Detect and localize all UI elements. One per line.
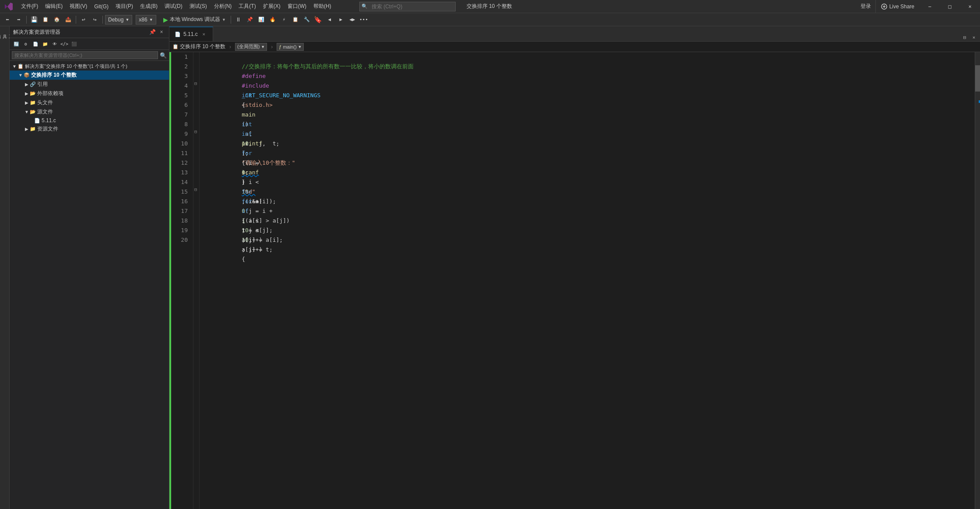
toolbar-perf-btn[interactable]: 📊: [256, 14, 267, 25]
sidebar-search-input[interactable]: [12, 51, 158, 59]
minimize-button[interactable]: −: [920, 0, 940, 13]
toolbar-redo-btn[interactable]: ↪: [90, 14, 100, 25]
tab-511c-close-icon[interactable]: ×: [200, 31, 207, 38]
split-editor-btn[interactable]: ⊟: [961, 33, 969, 41]
menu-git[interactable]: Git(G): [91, 0, 112, 13]
code-line-20: {: [204, 235, 975, 245]
modified-indicator-bar: [169, 52, 171, 509]
file-511c-item[interactable]: 📄 5.11.c: [10, 117, 169, 124]
arch-label: x86: [139, 17, 147, 23]
debug-config-dropdown[interactable]: Debug ▼: [105, 15, 132, 25]
breadcrumb-func-dropdown[interactable]: ƒ main() ▼: [277, 43, 304, 51]
toolbar-more3-btn[interactable]: 🔧: [302, 14, 312, 25]
code-macro-define: #define: [242, 73, 266, 79]
sidebar-properties-btn[interactable]: ⚙: [21, 39, 30, 48]
ext-deps-label: 外部依赖项: [37, 90, 63, 97]
toolbar-more1-btn[interactable]: ⚡: [279, 14, 289, 25]
toolbar-undo-btn[interactable]: ↩: [78, 14, 89, 25]
line-num-16: 16: [169, 197, 188, 206]
code-comment-1: //交换排序：将每个数与其后的所有数一一比较，将小的数调在前面: [242, 63, 414, 70]
breadcrumb-scope-dropdown[interactable]: (全局范围) ▼: [235, 43, 267, 51]
toolbar-more2-btn[interactable]: 📋: [290, 14, 301, 25]
line-num-14: 14: [169, 177, 188, 187]
toolbar-save-all-btn[interactable]: 💾: [29, 14, 39, 25]
live-share-button[interactable]: Live Share: [875, 0, 920, 13]
sidebar-pin-btn[interactable]: 📌: [148, 28, 156, 36]
sidebar-newfolder-btn[interactable]: 📁: [41, 39, 49, 48]
toolbar-nav4-btn[interactable]: •••: [358, 14, 369, 25]
activity-solution-explorer[interactable]: 工具箱: [0, 28, 10, 34]
toolbar-bookmark-btn[interactable]: 🔖: [313, 14, 323, 25]
menu-debug[interactable]: 调试(D): [161, 0, 186, 13]
sidebar-code-btn[interactable]: </>: [60, 39, 69, 48]
toolbar-nav3-btn[interactable]: ◀▶: [347, 14, 358, 25]
sidebar-close-btn[interactable]: ×: [158, 28, 165, 36]
code-brace-open-5: {: [242, 102, 245, 108]
close-button[interactable]: ×: [960, 0, 980, 13]
references-arrow-icon: ▶: [24, 82, 30, 87]
toolbar-save-btn[interactable]: 📋: [40, 14, 51, 25]
menu-view[interactable]: 视图(V): [66, 0, 91, 13]
references-item[interactable]: ▶ 🔗 引用: [10, 80, 169, 89]
tab-511c[interactable]: 📄 5.11.c ×: [169, 27, 213, 41]
sidebar-class-btn[interactable]: ⬛: [70, 39, 78, 48]
header-files-item[interactable]: ▶ 📁 头文件: [10, 98, 169, 107]
sidebar-view-btn[interactable]: 👁: [50, 39, 59, 48]
scrollbar-thumb[interactable]: [975, 65, 980, 92]
maximize-button[interactable]: □: [940, 0, 960, 13]
toolbar-pause-btn[interactable]: ⏸: [233, 14, 244, 25]
toolbar-hotspot-btn[interactable]: 🔥: [267, 14, 278, 25]
project-item[interactable]: ▼ 📦 交换排序 10 个整数: [10, 71, 169, 80]
toolbar-nav1-btn[interactable]: ◀: [324, 14, 335, 25]
menu-file[interactable]: 文件(F): [18, 0, 42, 13]
editor-scrollbar[interactable]: [975, 52, 980, 509]
arch-dropdown[interactable]: x86 ▼: [136, 15, 156, 25]
menu-analyze[interactable]: 分析(N): [211, 0, 235, 13]
breadcrumb-func[interactable]: ƒ main() ▼: [274, 42, 307, 52]
toolbar-pin-btn[interactable]: 📌: [245, 14, 255, 25]
close-all-btn[interactable]: ×: [970, 33, 978, 41]
sidebar-header: 解决方案资源管理器 📌 ×: [10, 26, 169, 38]
fold-marker-15[interactable]: ⊟: [194, 187, 197, 192]
menu-project[interactable]: 项目(P): [112, 0, 137, 13]
sidebar-sync-btn[interactable]: 🔄: [12, 39, 21, 48]
code-container[interactable]: 1 2 3 4 5 6 7 8 9 10 11 12 13 14 15 16 1…: [169, 52, 980, 509]
menu-ext[interactable]: 扩展(X): [260, 0, 284, 13]
resource-files-arrow-icon: ▶: [24, 127, 30, 131]
code-indent-16: [242, 208, 283, 214]
code-line-17: t = a[j];: [204, 206, 975, 216]
breadcrumb-func-icon: ƒ: [279, 44, 281, 49]
code-line-15: if (a[i] > a[j]): [204, 187, 975, 197]
breadcrumb-scope[interactable]: (全局范围) ▼: [232, 42, 270, 52]
toolbar-nav2-btn[interactable]: ▶: [336, 14, 346, 25]
sidebar-search-btn[interactable]: 🔍: [158, 52, 167, 59]
global-search-box[interactable]: 🔍: [359, 2, 456, 11]
live-share-label: Live Share: [889, 4, 914, 10]
external-deps-item[interactable]: ▶ 📂 外部依赖项: [10, 89, 169, 98]
solution-root-item[interactable]: ▼ 📋 解决方案"交换排序 10 个整数"(1 个项目/共 1 个): [10, 62, 169, 71]
toolbar-startpage-btn[interactable]: 🏠: [52, 14, 62, 25]
window-title: 交换排序 10 个整数: [460, 3, 519, 10]
toolbar-back-btn[interactable]: ⬅: [2, 14, 13, 25]
toolbar-publish-btn[interactable]: 📤: [63, 14, 74, 25]
search-input[interactable]: [369, 4, 448, 10]
toolbar-fwd-btn[interactable]: ➡: [14, 14, 24, 25]
menu-window[interactable]: 窗口(W): [284, 0, 310, 13]
menu-edit[interactable]: 编辑(E): [42, 0, 66, 13]
source-files-item[interactable]: ▼ 📂 源文件: [10, 107, 169, 117]
code-editor-content[interactable]: //交换排序：将每个数与其后的所有数一一比较，将小的数调在前面 #define …: [200, 52, 975, 509]
resource-files-item[interactable]: ▶ 📁 资源文件: [10, 124, 169, 134]
menu-test[interactable]: 测试(S): [186, 0, 211, 13]
menu-tools[interactable]: 工具(T): [235, 0, 259, 13]
login-button[interactable]: 登录: [856, 3, 875, 10]
breadcrumb-project[interactable]: 📋 交换排序 10 个整数: [169, 42, 228, 52]
line-num-17: 17: [169, 206, 188, 216]
menu-build[interactable]: 生成(B): [137, 0, 161, 13]
code-indent-11: [242, 159, 269, 166]
menu-help[interactable]: 帮助(H): [310, 0, 335, 13]
sidebar-newfile-btn[interactable]: 📄: [31, 39, 40, 48]
fold-marker-4[interactable]: ⊟: [194, 81, 197, 86]
fold-marker-9[interactable]: ⊟: [194, 129, 197, 134]
code-indent-19: [242, 237, 296, 243]
run-debugger-button[interactable]: ▶ 本地 Windows 调试器 ▼: [161, 15, 228, 25]
